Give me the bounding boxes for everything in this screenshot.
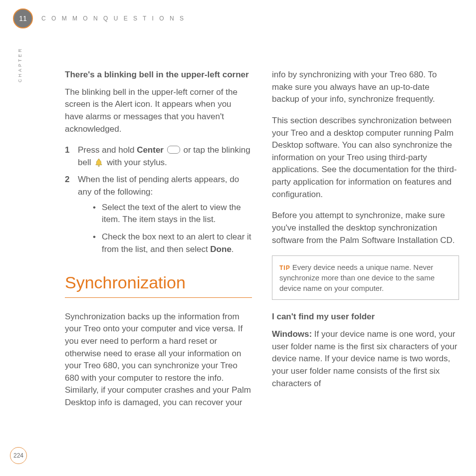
- chapter-label: CHAPTER: [17, 47, 22, 82]
- section-title-synchronization: Synchronization: [65, 270, 252, 297]
- chapter-number: 11: [19, 14, 27, 22]
- section-heading-blinking-bell: There's a blinking bell in the upper-lef…: [65, 69, 252, 81]
- tip-label: TIP: [279, 264, 290, 271]
- step-number: 1: [65, 144, 69, 157]
- center-button-icon: [167, 146, 180, 154]
- sub-bullets: Select the text of the alert to view the…: [78, 202, 252, 256]
- bell-icon: [93, 158, 104, 167]
- step-1: 1 Press and hold Center or tap the blink…: [65, 144, 252, 169]
- running-header: C O M M O N Q U E S T I O N S: [41, 15, 186, 22]
- tip-text: Every device needs a unique name. Never …: [279, 263, 435, 292]
- page-number-badge: 224: [10, 447, 27, 464]
- section-heading-user-folder: I can't find my user folder: [272, 311, 459, 323]
- windows-paragraph: Windows: If your device name is one word…: [272, 328, 459, 390]
- sync-paragraph-2: This section describes synchronization b…: [272, 115, 459, 201]
- bullet-item: Check the box next to an alert to clear …: [93, 231, 252, 255]
- step-number: 2: [65, 174, 69, 186]
- step-2: 2 When the list of pending alerts appear…: [65, 174, 252, 255]
- chapter-number-badge: 11: [13, 8, 33, 28]
- bullet-item: Select the text of the alert to view the…: [93, 202, 252, 226]
- body-content: There's a blinking bell in the upper-lef…: [65, 69, 459, 418]
- manual-page: 11 C O M M O N Q U E S T I O N S CHAPTER…: [0, 0, 476, 476]
- intro-paragraph: The blinking bell in the upper-left corn…: [65, 86, 252, 136]
- page-number: 224: [13, 452, 23, 459]
- tip-box: TIPEvery device needs a unique name. Nev…: [272, 255, 459, 300]
- steps-list: 1 Press and hold Center or tap the blink…: [65, 144, 252, 255]
- sync-paragraph-3: Before you attempt to synchronize, make …: [272, 210, 459, 246]
